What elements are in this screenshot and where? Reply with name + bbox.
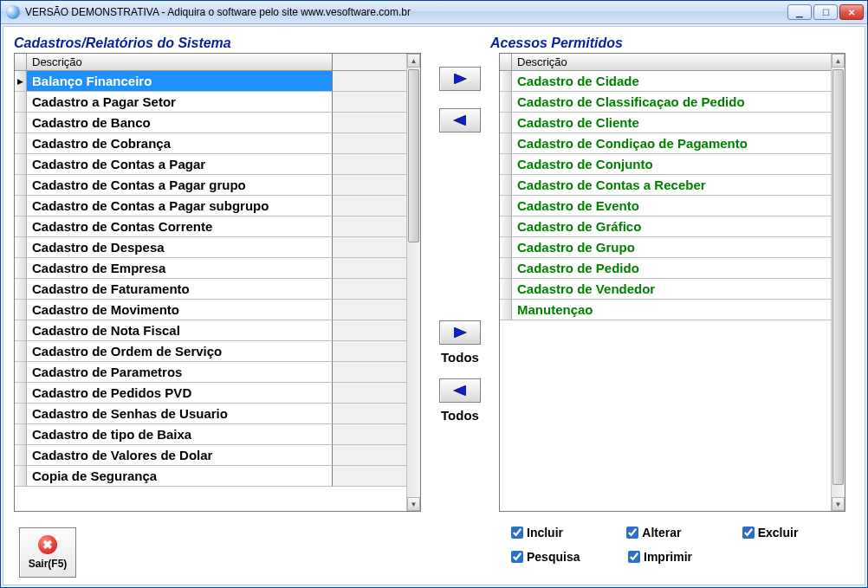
table-row[interactable]: Cadastro de Parametros — [15, 362, 406, 383]
row-indicator — [15, 341, 27, 362]
maximize-button[interactable]: ☐ — [813, 4, 838, 20]
table-row[interactable]: Cadastro de Contas a Pagar grupo — [15, 175, 406, 196]
cell-descricao[interactable]: Cadastro a Pagar Setor — [27, 92, 332, 113]
cell-descricao[interactable]: Cadastro de Ordem de Serviço — [27, 341, 332, 362]
minimize-button[interactable]: ▁ — [787, 4, 812, 20]
scroll-down-icon[interactable]: ▼ — [832, 497, 845, 511]
table-row[interactable]: Cadastro de Contas a Receber — [500, 175, 831, 196]
cell-descricao[interactable]: Cadastro de Cobrança — [27, 133, 332, 154]
cell-descricao[interactable]: Cadastro de Evento — [512, 196, 831, 216]
move-all-left-button[interactable] — [439, 378, 481, 403]
table-row[interactable]: Cadastro de Despesa — [15, 237, 406, 258]
table-row[interactable]: Cadastro de Pedido — [500, 258, 831, 279]
column-header-descricao[interactable]: Descrição — [512, 54, 831, 71]
table-row[interactable]: Cadastro de Grupo — [500, 237, 831, 258]
cell-descricao[interactable]: Cadastro de Parametros — [27, 362, 332, 383]
move-all-right-button[interactable] — [439, 320, 481, 345]
cell-descricao[interactable]: Cadastro de Classificaçao de Pedido — [512, 92, 831, 113]
cell-descricao[interactable]: Cadastro de Contas a Pagar grupo — [27, 175, 332, 196]
cell-descricao[interactable]: Cadastro de Cidade — [512, 71, 831, 92]
sair-button[interactable]: ✖ Sair(F5) — [19, 527, 76, 578]
cell-descricao[interactable]: Cadastro de Valores de Dolar — [27, 445, 332, 466]
table-row[interactable]: Cadastro de Ordem de Serviço — [15, 341, 406, 362]
cell-descricao[interactable]: Cadastro de Cliente — [512, 113, 831, 133]
row-indicator — [15, 216, 27, 237]
row-indicator — [500, 258, 512, 279]
scroll-down-icon[interactable]: ▼ — [407, 497, 420, 511]
table-row[interactable]: Cadastro de Senhas de Usuario — [15, 404, 406, 424]
checkbox-excluir[interactable] — [742, 527, 755, 539]
table-row[interactable]: Cadastro de Empresa — [15, 258, 406, 279]
table-row[interactable]: Cadastro de Banco — [15, 113, 406, 133]
table-row[interactable]: Cadastro de Evento — [500, 196, 831, 216]
cell-descricao[interactable]: Cadastro de Banco — [27, 113, 332, 133]
table-row[interactable]: Cadastro de Cidade — [500, 71, 831, 92]
table-row[interactable]: Cadastro a Pagar Setor — [15, 92, 406, 113]
table-row[interactable]: Cadastro de Vendedor — [500, 279, 831, 300]
cell-descricao[interactable]: Copia de Segurança — [27, 466, 332, 487]
cell-descricao[interactable]: Balanço Financeiro — [27, 71, 332, 92]
cell-descricao[interactable]: Cadastro de Contas a Pagar subgrupo — [27, 196, 332, 216]
row-indicator — [15, 175, 27, 196]
grid-acessos[interactable]: Descrição Cadastro de CidadeCadastro de … — [499, 53, 845, 512]
cell-descricao[interactable]: Cadastro de Senhas de Usuario — [27, 404, 332, 424]
table-row[interactable]: Cadastro de Contas Corrente — [15, 216, 406, 237]
cell-descricao[interactable]: Cadastro de Conjunto — [512, 154, 831, 175]
scrollbar-vertical[interactable]: ▲ ▼ — [831, 54, 845, 511]
cell-descricao[interactable]: Cadastro de Nota Fiscal — [27, 320, 332, 341]
check-alterar[interactable]: Alterar — [623, 524, 738, 541]
cell-descricao[interactable]: Cadastro de Despesa — [27, 237, 332, 258]
grid-cadastros[interactable]: Descrição Balanço FinanceiroCadastro a P… — [14, 53, 421, 512]
row-indicator — [15, 154, 27, 175]
cell-descricao[interactable]: Cadastro de Grupo — [512, 237, 831, 258]
scroll-thumb[interactable] — [832, 69, 844, 485]
table-row[interactable]: Manutençao — [500, 300, 831, 320]
cell-descricao[interactable]: Cadastro de Movimento — [27, 300, 332, 320]
checkbox-pesquisa[interactable] — [511, 551, 523, 563]
cell-descricao[interactable]: Cadastro de Contas Corrente — [27, 216, 332, 237]
move-left-button[interactable] — [439, 108, 481, 132]
cell-descricao[interactable]: Cadastro de Vendedor — [512, 279, 831, 300]
table-row[interactable]: Cadastro de Cliente — [500, 113, 831, 133]
checkbox-alterar[interactable] — [626, 527, 638, 539]
table-row[interactable]: Cadastro de Movimento — [15, 300, 406, 320]
scroll-up-icon[interactable]: ▲ — [407, 54, 420, 68]
check-imprimir[interactable]: Imprimir — [625, 548, 742, 565]
checkbox-imprimir[interactable] — [628, 551, 640, 563]
check-pesquisa[interactable]: Pesquisa — [508, 548, 625, 565]
table-row[interactable]: Cadastro de Contas a Pagar — [15, 154, 406, 175]
table-row[interactable]: Cadastro de Faturamento — [15, 279, 406, 300]
close-button[interactable]: ✕ — [839, 4, 864, 20]
table-row[interactable]: Cadastro de Nota Fiscal — [15, 320, 406, 341]
cell-descricao[interactable]: Cadastro de Contas a Pagar — [27, 154, 332, 175]
cell-descricao[interactable]: Cadastro de Faturamento — [27, 279, 332, 300]
cell-descricao[interactable]: Cadastro de Pedido — [512, 258, 831, 279]
table-row[interactable]: Cadastro de Contas a Pagar subgrupo — [15, 196, 406, 216]
scrollbar-vertical[interactable]: ▲ ▼ — [406, 54, 420, 511]
table-row[interactable]: Cadastro de Pedidos PVD — [15, 383, 406, 404]
table-row[interactable]: Cadastro de Condiçao de Pagamento — [500, 133, 831, 154]
table-row[interactable]: Cadastro de Conjunto — [500, 154, 831, 175]
check-incluir[interactable]: Incluir — [508, 524, 623, 541]
cell-descricao[interactable]: Manutençao — [512, 300, 831, 320]
cell-descricao[interactable]: Cadastro de Contas a Receber — [512, 175, 831, 196]
row-indicator — [500, 300, 512, 320]
cell-descricao[interactable]: Cadastro de Condiçao de Pagamento — [512, 133, 831, 154]
cell-descricao[interactable]: Cadastro de Pedidos PVD — [27, 383, 332, 404]
cell-descricao[interactable]: Cadastro de tipo de Baixa — [27, 424, 332, 445]
column-header-descricao[interactable]: Descrição — [27, 54, 332, 71]
scroll-thumb[interactable] — [408, 69, 419, 242]
cell-descricao[interactable]: Cadastro de Gráfico — [512, 216, 831, 237]
check-excluir[interactable]: Excluir — [739, 524, 854, 541]
table-row[interactable]: Copia de Segurança — [15, 466, 406, 487]
scroll-up-icon[interactable]: ▲ — [832, 54, 845, 68]
table-row[interactable]: Cadastro de tipo de Baixa — [15, 424, 406, 445]
table-row[interactable]: Cadastro de Classificaçao de Pedido — [500, 92, 831, 113]
table-row[interactable]: Cadastro de Valores de Dolar — [15, 445, 406, 466]
cell-descricao[interactable]: Cadastro de Empresa — [27, 258, 332, 279]
checkbox-incluir[interactable] — [511, 527, 523, 539]
table-row[interactable]: Balanço Financeiro — [15, 71, 406, 92]
table-row[interactable]: Cadastro de Gráfico — [500, 216, 831, 237]
table-row[interactable]: Cadastro de Cobrança — [15, 133, 406, 154]
move-right-button[interactable] — [439, 67, 481, 91]
